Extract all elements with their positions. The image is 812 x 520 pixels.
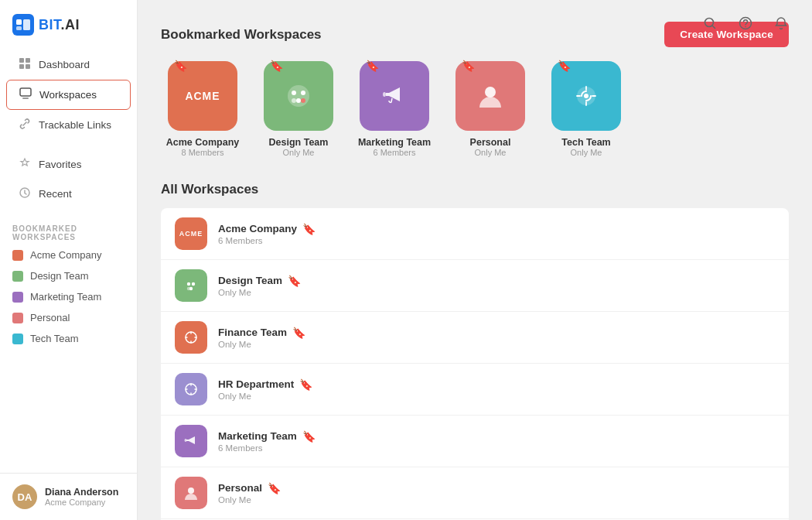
list-name-marketing: Marketing Team 🔖 <box>218 430 775 443</box>
bookmarked-section-title: Bookmarked Workspaces <box>161 27 322 43</box>
bookmark-icon-design: 🔖 <box>270 60 283 72</box>
list-bookmark-marketing: 🔖 <box>302 430 316 443</box>
card-meta-acme: 8 Members <box>181 148 223 157</box>
svg-point-19 <box>301 98 305 103</box>
svg-point-29 <box>188 488 194 494</box>
svg-point-16 <box>301 91 305 95</box>
list-palette-icon <box>182 276 200 295</box>
list-meta-design: Only Me <box>218 288 775 297</box>
help-button[interactable] <box>733 11 758 36</box>
recent-label: Recent <box>39 188 72 200</box>
svg-point-27 <box>187 287 190 290</box>
list-megaphone-icon <box>182 432 200 450</box>
list-meta-personal: Only Me <box>218 495 775 505</box>
all-workspaces-list: ACME Acme Company 🔖 6 Members Design Tea… <box>161 208 789 520</box>
list-item-finance[interactable]: Finance Team 🔖 Only Me <box>161 312 789 364</box>
list-icon-personal <box>175 477 207 509</box>
svg-point-14 <box>288 85 309 107</box>
list-item-design[interactable]: Design Team 🔖 Only Me <box>161 260 789 312</box>
sidebar-ws-design-label: Design Team <box>30 270 89 282</box>
card-design[interactable]: 🔖 Design Team Only Me <box>257 61 340 157</box>
card-meta-design: Only Me <box>283 148 315 157</box>
list-icon-hr <box>175 373 207 405</box>
sidebar-item-recent[interactable]: Recent <box>6 180 131 208</box>
card-name-design: Design Team <box>269 137 329 148</box>
bookmarked-cards-grid: 🔖 ACME Acme Company 8 Members 🔖 Design T… <box>161 61 789 157</box>
ws-color-dot-personal <box>12 313 23 323</box>
workspaces-icon <box>19 87 32 102</box>
list-icon-marketing <box>175 425 207 457</box>
list-meta-hr: Only Me <box>218 392 775 401</box>
sidebar-item-trackable-links[interactable]: Trackable Links <box>6 111 131 139</box>
sidebar-ws-personal[interactable]: Personal <box>0 307 137 328</box>
favorites-label: Favorites <box>39 159 82 170</box>
card-meta-personal: Only Me <box>475 148 507 157</box>
topbar <box>698 11 793 36</box>
dashboard-icon <box>19 57 31 72</box>
list-name-acme: Acme Company 🔖 <box>218 223 775 235</box>
card-tech[interactable]: 🔖 Tech Team Only Me <box>544 61 628 157</box>
dashboard-label: Dashboard <box>39 59 90 70</box>
card-icon-acme: 🔖 ACME <box>168 61 237 131</box>
list-bookmark-finance: 🔖 <box>292 327 305 339</box>
svg-point-17 <box>296 98 301 103</box>
svg-point-18 <box>292 98 296 103</box>
svg-rect-5 <box>26 58 30 63</box>
sidebar-navigation: Dashboard Workspaces Trackable Links <box>0 46 137 146</box>
sidebar-item-favorites[interactable]: Favorites <box>6 150 131 179</box>
sidebar-bookmarked-list: Acme Company Design Team Marketing Team … <box>0 245 137 349</box>
card-acme[interactable]: 🔖 ACME Acme Company 8 Members <box>161 61 244 157</box>
list-item-marketing[interactable]: Marketing Team 🔖 6 Members <box>161 416 789 467</box>
all-workspaces-title: All Workspaces <box>161 182 789 197</box>
list-item-personal[interactable]: Personal 🔖 Only Me <box>161 467 789 519</box>
sidebar: BIT.AI Dashboard Workspaces Trackable Li… <box>0 0 138 520</box>
list-meta-finance: Only Me <box>218 340 775 349</box>
list-bookmark-acme: 🔖 <box>302 223 316 235</box>
sidebar-ws-marketing[interactable]: Marketing Team <box>0 286 137 307</box>
card-name-marketing: Marketing Team <box>358 137 431 148</box>
sidebar-ws-design[interactable]: Design Team <box>0 265 137 286</box>
search-button[interactable] <box>698 11 722 36</box>
svg-point-15 <box>292 91 296 95</box>
list-name-finance: Finance Team 🔖 <box>218 327 775 339</box>
svg-point-25 <box>192 282 195 286</box>
sidebar-favorites-section: Favorites Recent <box>0 146 137 215</box>
sidebar-item-dashboard[interactable]: Dashboard <box>6 50 131 79</box>
sidebar-ws-acme[interactable]: Acme Company <box>0 245 137 265</box>
list-item-hr[interactable]: HR Department 🔖 Only Me <box>161 364 789 416</box>
card-personal[interactable]: 🔖 Personal Only Me <box>449 61 532 157</box>
logo-icon <box>12 14 34 36</box>
bookmarked-section-header: Bookmarked Workspaces Create Workspace <box>161 22 789 47</box>
notifications-button[interactable] <box>769 11 793 36</box>
list-name-personal: Personal 🔖 <box>218 482 775 494</box>
bookmarked-section-label: BOOKMARKED WORKSPACES <box>0 215 137 245</box>
recent-icon <box>19 186 31 201</box>
svg-point-20 <box>383 92 386 97</box>
card-marketing[interactable]: 🔖 Marketing Team 6 Members <box>353 61 436 157</box>
list-person-icon <box>182 484 200 502</box>
sidebar-item-workspaces[interactable]: Workspaces <box>6 80 131 110</box>
list-acme-text: ACME <box>179 230 203 238</box>
list-icon-acme: ACME <box>175 217 207 250</box>
card-icon-marketing: 🔖 <box>360 61 429 131</box>
logo-text: BIT.AI <box>39 17 80 33</box>
svg-point-28 <box>185 439 187 442</box>
list-name-design: Design Team 🔖 <box>218 275 775 287</box>
tech-svg <box>569 79 603 113</box>
megaphone-svg <box>378 80 411 112</box>
sidebar-ws-tech[interactable]: Tech Team <box>0 328 137 349</box>
svg-rect-1 <box>16 19 22 25</box>
list-item-acme[interactable]: ACME Acme Company 🔖 6 Members <box>161 208 789 260</box>
sidebar-ws-marketing-label: Marketing Team <box>30 291 101 303</box>
sidebar-ws-acme-label: Acme Company <box>30 249 101 261</box>
list-name-hr: HR Department 🔖 <box>218 378 775 391</box>
list-bookmark-design: 🔖 <box>288 275 301 287</box>
sidebar-ws-personal-label: Personal <box>30 312 70 323</box>
list-info-marketing: Marketing Team 🔖 6 Members <box>218 430 775 453</box>
card-name-tech: Tech Team <box>561 137 610 148</box>
list-icon-design <box>175 269 207 302</box>
sidebar-ws-tech-label: Tech Team <box>30 333 79 344</box>
svg-rect-7 <box>26 64 30 69</box>
list-info-finance: Finance Team 🔖 Only Me <box>218 327 775 349</box>
bookmark-icon-tech: 🔖 <box>558 60 571 72</box>
